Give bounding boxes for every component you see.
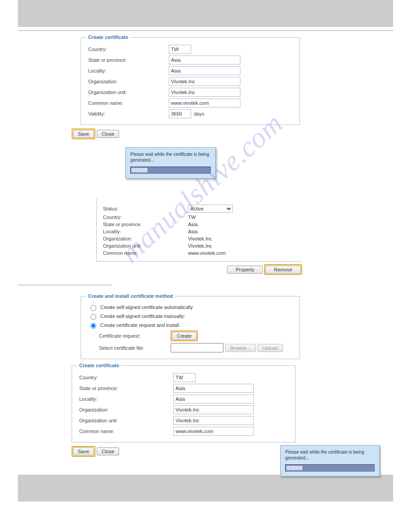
file-path-input[interactable] xyxy=(171,343,223,352)
property-button[interactable]: Property xyxy=(227,266,263,274)
org-label: Organization: xyxy=(103,236,188,241)
country-label: Country: xyxy=(88,47,169,52)
locality-value: Asia xyxy=(188,229,197,234)
radio-request[interactable]: Create certificate request and install: xyxy=(88,322,292,329)
locality-input[interactable] xyxy=(169,66,240,75)
orgunit-input[interactable] xyxy=(169,88,240,97)
header-rule xyxy=(18,30,393,31)
browse-button[interactable]: Browse... xyxy=(225,344,256,352)
state-input[interactable] xyxy=(173,384,254,393)
state-input[interactable] xyxy=(169,56,240,64)
create-method-panel: Create and install certificate method Cr… xyxy=(81,296,300,359)
state-label: State or province: xyxy=(79,386,173,391)
cn-input[interactable] xyxy=(173,427,254,436)
remove-button[interactable]: Remove xyxy=(265,266,301,274)
selectfile-label: Select certificate file: xyxy=(99,345,171,351)
org-label: Organization: xyxy=(79,407,173,412)
radio-manual[interactable]: Create self-signed certificate manually: xyxy=(88,313,292,320)
wait-dialog-2: Please wait while the certificate is bei… xyxy=(280,445,380,476)
org-input[interactable] xyxy=(169,77,240,86)
orgunit-value: Vivotek.Inc xyxy=(188,243,212,249)
cn-value: www.vivotek.com xyxy=(188,250,226,256)
legend: Create certificate xyxy=(86,34,130,40)
section-rule xyxy=(18,285,112,285)
progress-bar xyxy=(285,464,375,472)
status-select[interactable]: Active xyxy=(188,205,233,213)
country-input[interactable] xyxy=(169,45,191,54)
footer-band xyxy=(18,475,393,502)
validity-label: Validity: xyxy=(88,111,169,116)
locality-label: Locality: xyxy=(103,229,188,234)
locality-label: Locality: xyxy=(88,68,169,73)
upload-button[interactable]: Upload xyxy=(257,344,283,352)
radio-manual-label: Create self-signed certificate manually: xyxy=(100,313,185,319)
country-label: Country: xyxy=(103,215,188,220)
save-button[interactable]: Save xyxy=(73,447,94,455)
orgunit-label: Organization unit: xyxy=(88,90,169,95)
certreq-label: Certificate request: xyxy=(99,333,171,339)
orgunit-label: Organization unit: xyxy=(103,243,188,249)
validity-input[interactable] xyxy=(169,109,191,118)
save-highlight: Save xyxy=(72,129,95,139)
orgunit-label: Organization unit: xyxy=(79,418,173,423)
org-input[interactable] xyxy=(173,405,254,414)
cn-input[interactable] xyxy=(169,99,240,107)
radio-request-label: Create certificate request and install: xyxy=(100,322,180,328)
org-value: Vivotek.Inc xyxy=(188,236,212,241)
country-input[interactable] xyxy=(173,373,196,382)
cn-label: Common name: xyxy=(88,100,169,106)
create-highlight: Create xyxy=(171,330,198,341)
page-content: manualshive.com Create certificate Count… xyxy=(18,37,393,475)
cn-label: Common name: xyxy=(103,250,188,256)
status-label: Status: xyxy=(103,206,188,211)
country-value: TW xyxy=(188,215,196,220)
radio-auto-label: Create self-signed certificate automatic… xyxy=(100,305,193,310)
org-label: Organization: xyxy=(88,79,169,84)
state-value: Asia xyxy=(188,222,197,227)
wait-message: Please wait while the certificate is bei… xyxy=(285,449,375,461)
state-label: State or province: xyxy=(103,222,188,227)
close-button[interactable]: Close xyxy=(97,130,119,138)
validity-unit: days xyxy=(194,111,204,116)
create-button[interactable]: Create xyxy=(172,332,197,340)
header-band xyxy=(18,0,393,27)
certificate-info-block: Status:Active Country:TW State or provin… xyxy=(96,198,302,262)
cn-label: Common name: xyxy=(79,429,173,434)
locality-label: Locality: xyxy=(79,396,173,402)
remove-highlight: Remove xyxy=(264,264,302,275)
create-certificate-panel-1: Create certificate Country: State or pro… xyxy=(81,37,300,125)
wait-message: Please wait while the certificate is bei… xyxy=(130,151,211,163)
close-button[interactable]: Close xyxy=(97,447,119,455)
locality-input[interactable] xyxy=(173,395,254,403)
legend: Create and install certificate method xyxy=(86,293,175,299)
radio-auto[interactable]: Create self-signed certificate automatic… xyxy=(88,304,292,311)
country-label: Country: xyxy=(79,375,173,380)
state-label: State or province: xyxy=(88,57,169,63)
orgunit-input[interactable] xyxy=(173,416,254,425)
legend: Create certificate xyxy=(77,363,121,368)
progress-bar xyxy=(130,167,211,174)
save-button[interactable]: Save xyxy=(73,130,94,138)
wait-dialog: Please wait while the certificate is bei… xyxy=(125,147,216,179)
save-highlight: Save xyxy=(72,446,95,457)
create-certificate-panel-2: Create certificate Country: State or pro… xyxy=(72,365,295,442)
